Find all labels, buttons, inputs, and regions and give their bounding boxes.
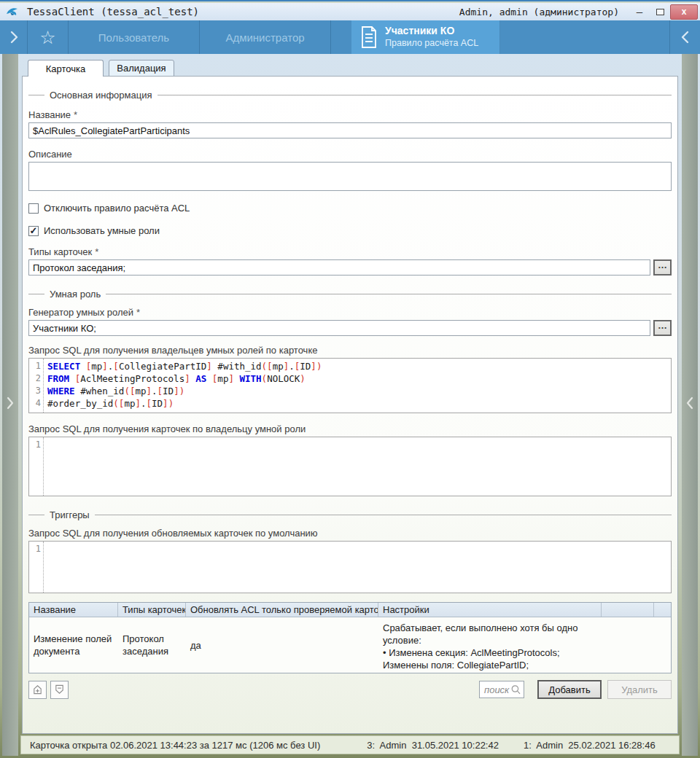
sql-triggers-editor[interactable]: 1 bbox=[28, 541, 672, 593]
expand-right-panel-icon bbox=[685, 395, 694, 411]
nav-tab-admin[interactable]: Администратор bbox=[200, 20, 331, 54]
favorites-button[interactable]: ☆ bbox=[28, 20, 69, 54]
active-card-subtitle: Правило расчёта ACL bbox=[385, 38, 478, 50]
group-triggers-label: Триггеры bbox=[44, 509, 95, 520]
maximize-icon bbox=[656, 9, 664, 15]
use-smart-roles-checkbox[interactable]: ✓ bbox=[28, 226, 39, 236]
table-actions-row: поиск Добавить Удалить bbox=[28, 680, 672, 699]
delete-button[interactable]: Удалить bbox=[607, 680, 672, 699]
shield-up-plus-icon bbox=[32, 684, 43, 695]
add-button[interactable]: Добавить bbox=[537, 680, 602, 699]
document-icon bbox=[360, 26, 378, 48]
group-main-info-label: Основная информация bbox=[44, 90, 158, 101]
name-label: Название* bbox=[28, 109, 672, 120]
disable-rule-checkbox[interactable] bbox=[28, 203, 39, 214]
search-placeholder: поиск bbox=[484, 684, 510, 695]
card-types-select-button[interactable]: … bbox=[653, 259, 672, 276]
tessa-logo-icon bbox=[6, 5, 22, 18]
sql-cards-editor[interactable]: 1 bbox=[28, 437, 672, 496]
nav-back-button[interactable] bbox=[0, 20, 28, 54]
generator-input[interactable]: Участники КО; bbox=[28, 320, 650, 336]
chevron-left-icon bbox=[681, 30, 690, 44]
generator-label: Генератор умных ролей* bbox=[28, 307, 672, 318]
cell-types: Протокол заседания bbox=[118, 617, 186, 673]
col-tail bbox=[654, 603, 671, 617]
expand-left-panel-icon bbox=[6, 395, 15, 411]
tab-validation[interactable]: Валидация bbox=[109, 60, 174, 77]
nav-forward-button[interactable] bbox=[669, 20, 700, 54]
col-update[interactable]: Обновлять ACL только проверяемой карточк… bbox=[186, 603, 378, 617]
col-types[interactable]: Типы карточек bbox=[118, 603, 186, 617]
triggers-table-header: Название Типы карточек Обновлять ACL тол… bbox=[29, 603, 671, 617]
table-row[interactable]: Изменение полей документа Протокол засед… bbox=[29, 617, 671, 673]
sql-triggers-label: Запрос SQL для получения обновляемых кар… bbox=[28, 528, 672, 539]
status-revision-first: 1: Admin 25.02.2021 16:28:46 bbox=[524, 740, 656, 751]
current-user-label: Admin, admin (администратор) bbox=[459, 7, 619, 17]
group-smart-role: Умная роль bbox=[28, 289, 672, 300]
card-panel: Основная информация Название* $AclRules_… bbox=[22, 76, 678, 734]
nav-tab-active-card[interactable]: Участники КО Правило расчёта ACL bbox=[351, 20, 500, 54]
maximize-button[interactable] bbox=[650, 4, 670, 20]
star-icon: ☆ bbox=[39, 27, 55, 48]
description-label: Описание bbox=[28, 149, 672, 160]
use-smart-roles-label: Использовать умные роли bbox=[44, 225, 160, 236]
cell-update: да bbox=[186, 617, 378, 673]
use-smart-roles-checkbox-row[interactable]: ✓ Использовать умные роли bbox=[28, 225, 672, 236]
card-types-label: Типы карточек* bbox=[28, 246, 672, 257]
card-tab-strip: Карточка Валидация bbox=[22, 60, 678, 77]
nav-bar: ☆ Пользователь Администратор Участники К… bbox=[0, 20, 700, 54]
description-input[interactable] bbox=[28, 162, 672, 191]
close-button[interactable]: x bbox=[670, 4, 698, 20]
col-settings[interactable]: Настройки bbox=[378, 603, 602, 617]
shield-down-minus-icon bbox=[54, 684, 65, 695]
sql-owners-editor[interactable]: 1234SELECT [mp].[CollegiatePartID] #with… bbox=[28, 358, 672, 413]
move-down-button[interactable] bbox=[50, 681, 69, 699]
move-up-button[interactable] bbox=[28, 681, 47, 699]
cell-name: Изменение полей документа bbox=[29, 617, 118, 673]
left-panel-splitter[interactable] bbox=[2, 54, 18, 756]
name-input[interactable]: $AclRules_CollegiatePartParticipants bbox=[28, 122, 672, 138]
right-panel-splitter[interactable] bbox=[682, 54, 698, 756]
group-main-info: Основная информация bbox=[28, 90, 672, 101]
card-view: Карточка Валидация Основная информация Н… bbox=[22, 60, 678, 735]
triggers-table: Название Типы карточек Обновлять ACL тол… bbox=[28, 602, 672, 673]
search-input[interactable]: поиск bbox=[479, 681, 524, 698]
col-extra bbox=[602, 603, 654, 617]
nav-tab-user[interactable]: Пользователь bbox=[69, 20, 200, 54]
tab-card[interactable]: Карточка bbox=[28, 60, 104, 77]
app-window: TessaClient (tessa_acl_test) Admin, admi… bbox=[0, 0, 700, 758]
status-revision-latest: 3: Admin 31.05.2021 10:22:42 bbox=[367, 740, 499, 751]
minimize-button[interactable]: – bbox=[629, 4, 650, 20]
chevron-right-icon bbox=[9, 30, 18, 44]
cell-settings: Срабатывает, если выполнено хотя бы одно… bbox=[378, 617, 602, 673]
card-types-input[interactable]: Протокол заседания; bbox=[28, 259, 650, 276]
status-opened: Карточка открыта 02.06.2021 13:44:23 за … bbox=[30, 740, 320, 751]
window-title: TessaClient (tessa_acl_test) bbox=[27, 6, 199, 17]
status-bar: Карточка открыта 02.06.2021 13:44:23 за … bbox=[20, 735, 680, 754]
active-card-title: Участники КО bbox=[385, 25, 478, 38]
sql-cards-label: Запрос SQL для получения карточек по вла… bbox=[28, 423, 672, 434]
required-mark: * bbox=[74, 109, 77, 120]
search-icon bbox=[510, 684, 521, 695]
group-smart-role-label: Умная роль bbox=[44, 289, 106, 300]
disable-rule-label: Отключить правило расчёта ACL bbox=[44, 203, 190, 214]
generator-select-button[interactable]: … bbox=[653, 320, 672, 336]
title-bar: TessaClient (tessa_acl_test) Admin, admi… bbox=[0, 3, 700, 20]
disable-rule-checkbox-row[interactable]: Отключить правило расчёта ACL bbox=[28, 203, 672, 214]
group-triggers: Триггеры bbox=[28, 509, 672, 520]
sql-owners-label: Запрос SQL для получения владельцев умны… bbox=[28, 345, 672, 356]
col-name[interactable]: Название bbox=[29, 603, 118, 617]
